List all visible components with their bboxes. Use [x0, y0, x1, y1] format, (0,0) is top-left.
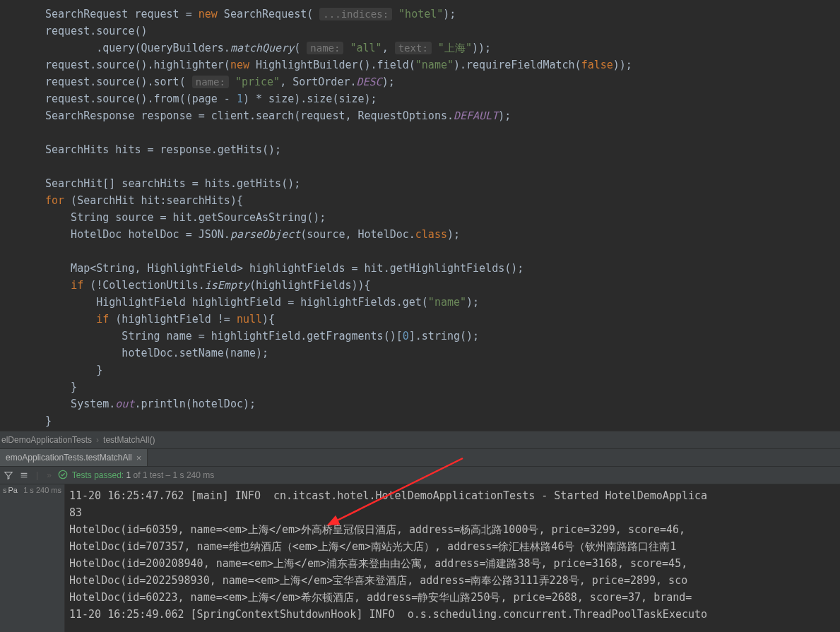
inlay-hint: name:: [307, 42, 343, 54]
run-tab-label: emoApplicationTests.testMatchAll: [6, 453, 132, 463]
test-pass-icon: [58, 470, 68, 482]
close-icon[interactable]: ×: [136, 453, 142, 463]
test-tree[interactable]: s Pa 1 s 240 ms: [0, 484, 65, 632]
breadcrumb-method[interactable]: testMatchAll(): [103, 435, 155, 445]
collapse-icon[interactable]: [18, 470, 30, 481]
console-line: HotelDoc(id=200208940, name=<em>上海</em>浦…: [69, 557, 687, 570]
console-line: 11-20 16:25:49.062 [SpringContextShutdow…: [69, 608, 707, 621]
breadcrumb[interactable]: elDemoApplicationTests › testMatchAll(): [0, 431, 840, 448]
run-tabbar: emoApplicationTests.testMatchAll ×: [0, 448, 840, 466]
test-toolbar: | » Tests passed: 1 of 1 test – 1 s 240 …: [0, 466, 840, 484]
inlay-hint: text:: [395, 42, 432, 54]
console-line: HotelDoc(id=707357, name=维也纳酒店（<em>上海</e…: [69, 540, 676, 553]
console-output[interactable]: 11-20 16:25:47.762 [main] INFO cn.itcast…: [65, 484, 840, 632]
console-line: HotelDoc(id=60223, name=<em>上海</em>希尔顿酒店…: [69, 591, 692, 604]
run-tab[interactable]: emoApplicationTests.testMatchAll ×: [0, 449, 148, 466]
console-line: HotelDoc(id=2022598930, name=<em>上海</em>…: [69, 574, 687, 587]
console-line: 83: [69, 506, 82, 519]
tests-passed-label: Tests passed: 1 of 1 test – 1 s 240 ms: [72, 470, 214, 480]
code-editor[interactable]: SearchRequest request = new SearchReques…: [0, 0, 840, 431]
filter-icon[interactable]: [3, 470, 14, 481]
test-tree-row[interactable]: s Pa 1 s 240 ms: [3, 486, 61, 494]
console-line: HotelDoc(id=60359, name=<em>上海</em>外高桥皇冠…: [69, 523, 692, 536]
inlay-hint: name:: [192, 76, 229, 88]
breadcrumb-class[interactable]: elDemoApplicationTests: [1, 435, 92, 445]
inlay-hint: ...indices:: [319, 8, 392, 20]
console-line: 11-20 16:25:47.762 [main] INFO cn.itcast…: [69, 489, 707, 502]
